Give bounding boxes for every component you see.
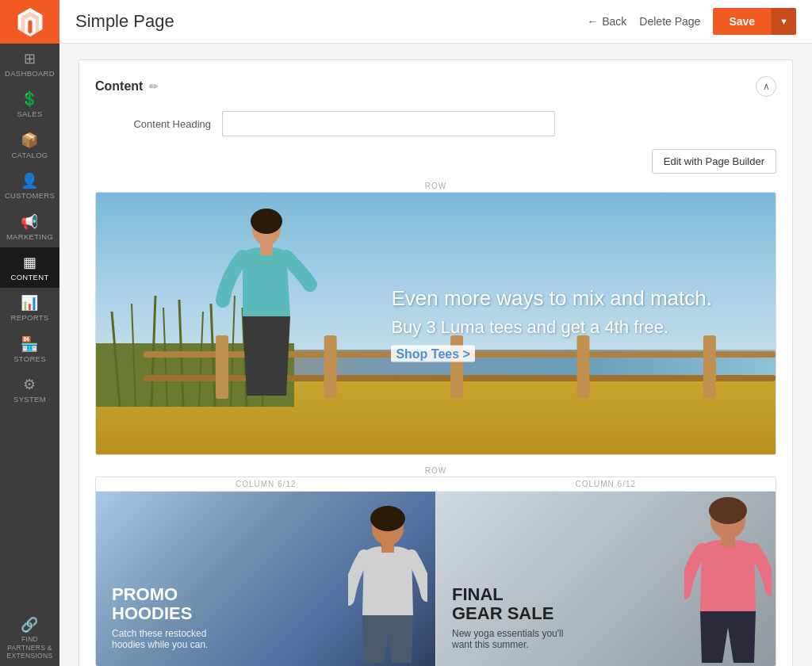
svg-rect-23 bbox=[381, 540, 394, 553]
marketing-icon: 📢 bbox=[21, 215, 38, 229]
promo-title: PROMOHOODIES bbox=[112, 585, 208, 623]
sidebar-item-marketing[interactable]: 📢 Marketing bbox=[0, 207, 59, 247]
sidebar-item-catalog[interactable]: 📦 Catalog bbox=[0, 125, 59, 166]
delete-page-button[interactable]: Delete Page bbox=[639, 15, 700, 28]
catalog-icon: 📦 bbox=[21, 133, 38, 147]
sales-icon: 💲 bbox=[21, 92, 38, 106]
hoodies-person bbox=[348, 504, 427, 666]
save-button[interactable]: Save bbox=[713, 8, 771, 35]
partners-icon: 🔗 bbox=[21, 618, 38, 632]
promo-subtitle: Catch these restockedhoodies while you c… bbox=[112, 628, 208, 650]
hero-line2: Buy 3 Luma tees and get a 4th free. bbox=[391, 317, 712, 338]
page-header: Simple Page ← Back Delete Page Save ▼ bbox=[59, 0, 812, 44]
hero-banner: Even more ways to mix and match. Buy 3 L… bbox=[96, 193, 776, 454]
svg-rect-20 bbox=[260, 241, 273, 255]
hero-line1: Even more ways to mix and match. bbox=[391, 286, 712, 311]
sidebar-item-content[interactable]: ▦ Content bbox=[0, 247, 59, 288]
sidebar-item-customers[interactable]: 👤 Customers bbox=[0, 166, 59, 206]
page-content: Content ✏ ∧ Content Heading Edit with Pa… bbox=[59, 44, 812, 666]
sidebar-item-label: Catalog bbox=[11, 151, 48, 159]
sidebar-item-partners[interactable]: 🔗 Find Partners & Extensions bbox=[0, 610, 59, 666]
gear-sale-column: FINALGEAR SALE New yoga essentials you'l… bbox=[436, 492, 776, 666]
hero-preview-container: Even more ways to mix and match. Buy 3 L… bbox=[95, 192, 776, 455]
gear-person bbox=[684, 496, 772, 666]
col-label-bar: COLUMN 6/12 COLUMN 6/12 bbox=[96, 477, 776, 492]
content-section-header: Content ✏ ∧ bbox=[95, 76, 776, 97]
back-button[interactable]: ← Back bbox=[587, 15, 626, 28]
sidebar-item-label: Reports bbox=[11, 313, 49, 322]
dashboard-icon: ⊞ bbox=[24, 52, 36, 66]
customers-icon: 👤 bbox=[21, 174, 38, 188]
reports-icon: 📊 bbox=[21, 296, 38, 310]
person-figure bbox=[215, 205, 318, 407]
promo-hoodies-column: PROMOHOODIES Catch these restockedhoodie… bbox=[96, 492, 436, 666]
hero-text-overlay: Even more ways to mix and match. Buy 3 L… bbox=[391, 286, 712, 362]
svg-point-22 bbox=[370, 506, 405, 531]
gear-subtitle: New yoga essentials you'llwant this summ… bbox=[452, 628, 563, 650]
back-arrow-icon: ← bbox=[587, 15, 598, 28]
row1-label: ROW bbox=[95, 182, 776, 190]
sidebar-item-dashboard[interactable]: ⊞ Dashboard bbox=[0, 44, 59, 84]
row2-label: ROW bbox=[95, 466, 776, 475]
system-icon: ⚙ bbox=[23, 377, 36, 392]
content-section-title: Content ✏ bbox=[95, 79, 159, 94]
sidebar-item-label: System bbox=[13, 395, 46, 404]
col1-label: COLUMN 6/12 bbox=[96, 477, 436, 491]
sidebar-item-label: Dashboard bbox=[5, 69, 55, 78]
col2-label: COLUMN 6/12 bbox=[436, 477, 776, 491]
content-heading-label: Content Heading bbox=[95, 118, 222, 130]
stores-icon: 🏪 bbox=[21, 337, 38, 351]
page-builder-bar: Edit with Page Builder bbox=[95, 149, 776, 174]
magento-logo bbox=[0, 0, 59, 44]
hero-shop-link[interactable]: Shop Tees > bbox=[391, 346, 475, 362]
save-dropdown-button[interactable]: ▼ bbox=[771, 8, 796, 35]
two-col-row: PROMOHOODIES Catch these restockedhoodie… bbox=[96, 492, 776, 666]
sidebar-item-system[interactable]: ⚙ System bbox=[0, 369, 59, 410]
edit-section-icon[interactable]: ✏ bbox=[149, 80, 159, 93]
sidebar-item-label: Find Partners & Extensions bbox=[4, 635, 56, 660]
gear-title: FINALGEAR SALE bbox=[452, 585, 563, 623]
sidebar-item-label: Customers bbox=[5, 191, 55, 200]
svg-point-25 bbox=[709, 497, 747, 524]
sidebar-item-label: Sales bbox=[17, 109, 42, 118]
sidebar-item-stores[interactable]: 🏪 Stores bbox=[0, 329, 59, 369]
edit-with-page-builder-button[interactable]: Edit with Page Builder bbox=[652, 149, 776, 174]
row2-preview-container: COLUMN 6/12 COLUMN 6/12 bbox=[95, 477, 776, 666]
sidebar-item-reports[interactable]: 📊 Reports bbox=[0, 288, 59, 328]
svg-rect-26 bbox=[721, 534, 735, 547]
content-heading-input[interactable] bbox=[222, 111, 555, 136]
content-icon: ▦ bbox=[23, 255, 36, 270]
sidebar: ⊞ Dashboard 💲 Sales 📦 Catalog 👤 Customer… bbox=[0, 0, 59, 666]
content-heading-row: Content Heading bbox=[95, 111, 776, 136]
page-title: Simple Page bbox=[75, 11, 174, 32]
content-section: Content ✏ ∧ Content Heading Edit with Pa… bbox=[79, 59, 793, 666]
main-area: Simple Page ← Back Delete Page Save ▼ Co… bbox=[59, 0, 812, 666]
collapse-section-button[interactable]: ∧ bbox=[756, 76, 776, 97]
sidebar-item-sales[interactable]: 💲 Sales bbox=[0, 84, 59, 124]
header-actions: ← Back Delete Page Save ▼ bbox=[587, 8, 796, 35]
gear-sale-text: FINALGEAR SALE New yoga essentials you'l… bbox=[452, 585, 563, 650]
sidebar-item-label: Stores bbox=[13, 354, 46, 363]
sidebar-item-label: Content bbox=[10, 273, 48, 281]
sidebar-item-label: Marketing bbox=[6, 232, 53, 241]
save-button-group: Save ▼ bbox=[713, 8, 796, 35]
promo-hoodies-text: PROMOHOODIES Catch these restockedhoodie… bbox=[112, 585, 208, 650]
svg-rect-14 bbox=[324, 335, 337, 399]
svg-point-19 bbox=[251, 209, 282, 234]
